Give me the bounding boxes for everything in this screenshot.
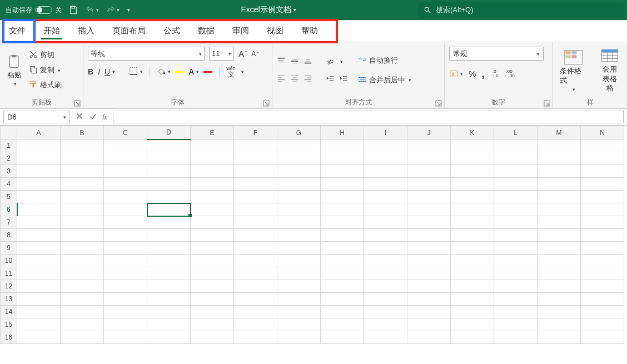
align-middle-button[interactable]	[290, 57, 299, 67]
row-header[interactable]: 2	[1, 152, 17, 165]
cell[interactable]	[104, 139, 147, 152]
cell[interactable]	[407, 242, 451, 255]
cell[interactable]	[61, 267, 104, 280]
cell[interactable]	[277, 139, 321, 152]
align-center-button[interactable]	[290, 74, 299, 84]
cell[interactable]	[61, 242, 104, 255]
cancel-formula-button[interactable]	[76, 112, 83, 122]
cell[interactable]	[538, 178, 581, 191]
cell[interactable]	[17, 280, 61, 293]
cell[interactable]	[234, 152, 277, 165]
cell[interactable]	[147, 293, 191, 306]
cell[interactable]	[364, 242, 407, 255]
tab-insert[interactable]: 插入	[69, 20, 103, 42]
cell[interactable]	[277, 229, 321, 242]
cell[interactable]	[321, 139, 364, 152]
cell[interactable]	[364, 306, 407, 318]
cell[interactable]	[17, 242, 61, 255]
italic-button[interactable]: I	[98, 67, 100, 76]
cell[interactable]	[364, 293, 407, 306]
cell[interactable]	[61, 293, 104, 306]
cell[interactable]	[494, 280, 538, 293]
cell[interactable]	[451, 229, 494, 242]
bold-button[interactable]: B	[88, 67, 93, 76]
cell[interactable]	[191, 178, 234, 191]
cell[interactable]	[234, 318, 277, 331]
cell[interactable]	[147, 203, 191, 216]
align-top-button[interactable]	[277, 57, 286, 67]
cell[interactable]	[104, 293, 147, 306]
row-header[interactable]: 6	[1, 203, 17, 216]
cell[interactable]	[538, 152, 581, 165]
cell[interactable]	[494, 267, 538, 280]
paste-button[interactable]: 粘贴 ▾	[4, 53, 24, 88]
cell[interactable]	[538, 280, 581, 293]
cell[interactable]	[364, 216, 407, 229]
cell[interactable]	[234, 216, 277, 229]
cell[interactable]	[321, 191, 364, 203]
cell[interactable]	[407, 331, 451, 344]
cell[interactable]	[538, 318, 581, 331]
cell[interactable]	[17, 229, 61, 242]
cell[interactable]	[147, 255, 191, 267]
cell[interactable]	[581, 165, 624, 178]
cell[interactable]	[17, 216, 61, 229]
cell[interactable]	[61, 229, 104, 242]
cell[interactable]	[538, 242, 581, 255]
column-header[interactable]: E	[191, 126, 234, 139]
cell[interactable]	[104, 216, 147, 229]
select-all-corner[interactable]	[1, 126, 17, 139]
decrease-font-button[interactable]: Aˇ	[251, 50, 258, 58]
cell[interactable]	[538, 255, 581, 267]
orientation-button[interactable]: ab	[326, 57, 335, 67]
row-header[interactable]: 7	[1, 216, 17, 229]
cell[interactable]	[147, 280, 191, 293]
cell[interactable]	[191, 242, 234, 255]
cell[interactable]	[581, 152, 624, 165]
underline-button[interactable]: U▾	[104, 67, 115, 76]
cell[interactable]	[277, 293, 321, 306]
align-right-button[interactable]	[303, 74, 312, 84]
cell[interactable]	[494, 178, 538, 191]
cell[interactable]	[104, 165, 147, 178]
cell[interactable]	[321, 229, 364, 242]
cell[interactable]	[104, 318, 147, 331]
row-header[interactable]: 4	[1, 178, 17, 191]
cell[interactable]	[407, 318, 451, 331]
cell[interactable]	[494, 152, 538, 165]
cell[interactable]	[451, 152, 494, 165]
increase-font-button[interactable]: Aˆ	[238, 49, 247, 58]
cell[interactable]	[581, 191, 624, 203]
cell[interactable]	[451, 306, 494, 318]
cell[interactable]	[581, 203, 624, 216]
tab-formulas[interactable]: 公式	[155, 20, 189, 42]
cell[interactable]	[494, 165, 538, 178]
row-header[interactable]: 15	[1, 318, 17, 331]
align-left-button[interactable]	[277, 74, 286, 84]
cell[interactable]	[494, 191, 538, 203]
cell[interactable]	[451, 331, 494, 344]
cell[interactable]	[61, 139, 104, 152]
cell[interactable]	[234, 165, 277, 178]
cell[interactable]	[538, 331, 581, 344]
cell[interactable]	[104, 191, 147, 203]
cell[interactable]	[17, 165, 61, 178]
redo-button[interactable]: ▾	[103, 2, 122, 18]
fill-color-button[interactable]: ▾	[157, 67, 171, 77]
insert-function-button[interactable]: fx	[102, 113, 107, 121]
cell[interactable]	[234, 242, 277, 255]
cell[interactable]	[321, 255, 364, 267]
cell[interactable]	[538, 165, 581, 178]
worksheet-grid[interactable]: ABCDEFGHIJKLMN12345678910111213141516	[0, 126, 627, 364]
tab-file[interactable]: 文件	[0, 20, 34, 42]
cell[interactable]	[191, 267, 234, 280]
cell[interactable]	[104, 178, 147, 191]
cell[interactable]	[581, 306, 624, 318]
cell[interactable]	[191, 306, 234, 318]
cell[interactable]	[581, 293, 624, 306]
merge-center-button[interactable]: 合并后居中▾	[357, 74, 412, 87]
increase-indent-button[interactable]	[339, 74, 348, 84]
cell[interactable]	[364, 178, 407, 191]
cell[interactable]	[321, 318, 364, 331]
cell[interactable]	[581, 255, 624, 267]
